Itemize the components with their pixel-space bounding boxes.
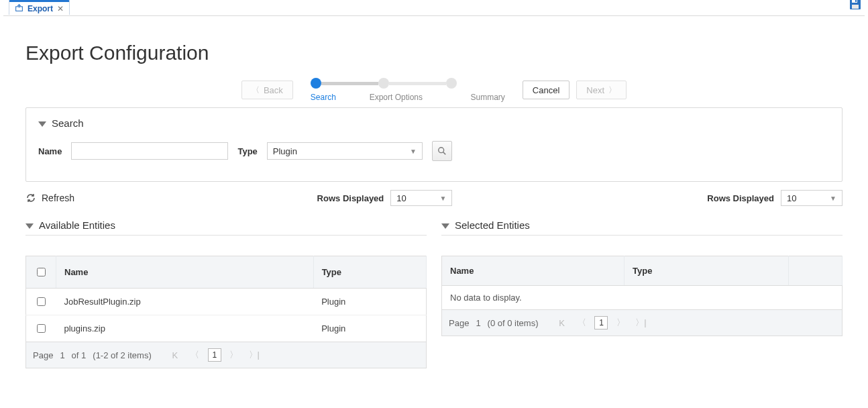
col-name[interactable]: Name (56, 256, 314, 289)
chevron-down-icon: ▼ (410, 148, 417, 155)
step-bullet-options (378, 78, 389, 89)
available-title: Available Entities (39, 219, 115, 231)
chevron-down-icon: ▼ (830, 195, 836, 202)
row-checkbox[interactable] (37, 297, 46, 306)
step-label-options: Export Options (351, 93, 441, 102)
pager-prev[interactable]: 〈 (188, 348, 203, 362)
chevron-left-icon: 〈 (252, 85, 260, 96)
search-icon (437, 146, 447, 156)
cell-type: Plugin (313, 315, 426, 342)
pager-page-label: Page (449, 318, 469, 328)
empty-message: No data to display. (442, 286, 843, 310)
cell-name: JobResultPlugin.zip (56, 289, 314, 315)
rows-displayed-value-left: 10 (396, 193, 406, 203)
pager-last[interactable]: 〉| (633, 315, 648, 330)
wizard-steps: Search Export Options Summary (311, 78, 505, 102)
svg-rect-3 (852, 5, 859, 9)
tab-export[interactable]: Export ✕ (9, 0, 70, 15)
table-row[interactable]: JobResultPlugin.zip Plugin (26, 289, 427, 315)
select-all-checkbox[interactable] (37, 268, 46, 276)
rows-displayed-value-right: 10 (787, 193, 796, 203)
step-bullet-summary (446, 78, 457, 89)
selected-title: Selected Entities (455, 219, 530, 231)
collapse-icon[interactable] (25, 223, 34, 229)
collapse-icon[interactable] (441, 223, 449, 229)
back-label: Back (264, 85, 283, 95)
col-name[interactable]: Name (442, 256, 625, 286)
pager-current[interactable]: 1 (594, 316, 608, 329)
step-label-search: Search (311, 93, 351, 102)
cell-type: Plugin (313, 289, 426, 315)
pager-next[interactable]: 〉 (613, 315, 628, 330)
search-panel-title: Search (52, 117, 84, 129)
available-table: Name Type JobResultPlugin.zip Plugin plu (25, 256, 427, 342)
pager-last[interactable]: 〉| (247, 348, 262, 362)
available-pager: Page 1 of 1 (1-2 of 2 items) K 〈 1 〉 〉| (25, 342, 427, 368)
row-checkbox[interactable] (37, 324, 46, 333)
svg-line-6 (443, 152, 446, 155)
cancel-label: Cancel (533, 85, 559, 95)
export-icon (15, 3, 23, 14)
next-label: Next (586, 85, 604, 95)
search-panel: Search Name Type Plugin ▼ (25, 107, 843, 182)
col-actions (789, 256, 843, 286)
selected-pager: Page 1 (0 of 0 items) K 〈 1 〉 〉| (441, 310, 843, 336)
rows-displayed-dropdown-left[interactable]: 10 ▼ (390, 190, 452, 206)
step-connector (389, 82, 446, 85)
refresh-label: Refresh (42, 193, 74, 203)
tab-title: Export (28, 4, 53, 13)
name-label: Name (38, 146, 62, 156)
chevron-right-icon: 〉 (608, 85, 616, 96)
cell-name: plugins.zip (56, 315, 314, 342)
back-button[interactable]: 〈 Back (241, 81, 293, 99)
col-type[interactable]: Type (625, 256, 789, 286)
type-value: Plugin (273, 146, 297, 156)
type-dropdown[interactable]: Plugin ▼ (267, 142, 423, 160)
cancel-button[interactable]: Cancel (523, 81, 569, 99)
pager-summary: (1-2 of 2 items) (93, 350, 151, 360)
pager-current[interactable]: 1 (208, 348, 221, 362)
table-row[interactable]: plugins.zip Plugin (26, 315, 427, 342)
step-connector (321, 82, 378, 85)
save-icon[interactable] (849, 0, 862, 11)
rows-displayed-label-left: Rows Displayed (317, 193, 384, 203)
close-icon[interactable]: ✕ (57, 4, 64, 13)
chevron-down-icon: ▼ (439, 195, 446, 202)
table-row-empty: No data to display. (442, 286, 843, 310)
pager-summary: (0 of 0 items) (488, 318, 539, 328)
refresh-button[interactable]: Refresh (25, 193, 74, 203)
col-type[interactable]: Type (313, 256, 426, 289)
selected-table: Name Type No data to display. (441, 256, 843, 310)
pager-page-label: Page (33, 350, 53, 360)
step-label-summary: Summary (441, 93, 505, 102)
type-label: Type (237, 146, 257, 156)
step-bullet-search (311, 78, 321, 89)
pager-page: 1 (476, 318, 480, 328)
next-button[interactable]: Next 〉 (576, 81, 627, 99)
pager-of: of 1 (72, 350, 87, 360)
pager-prev[interactable]: 〈 (574, 315, 589, 330)
page-title: Export Configuration (25, 42, 843, 64)
rows-displayed-label-right: Rows Displayed (707, 193, 774, 203)
name-input[interactable] (71, 142, 228, 160)
pager-first[interactable]: K (168, 348, 182, 362)
search-button[interactable] (432, 141, 452, 161)
pager-first[interactable]: K (554, 315, 569, 330)
refresh-icon (25, 193, 36, 203)
collapse-icon[interactable] (38, 121, 46, 127)
svg-point-5 (439, 148, 444, 153)
svg-rect-4 (855, 0, 857, 2)
pager-page: 1 (60, 350, 64, 360)
rows-displayed-dropdown-right[interactable]: 10 ▼ (781, 190, 843, 206)
pager-next[interactable]: 〉 (227, 348, 241, 362)
